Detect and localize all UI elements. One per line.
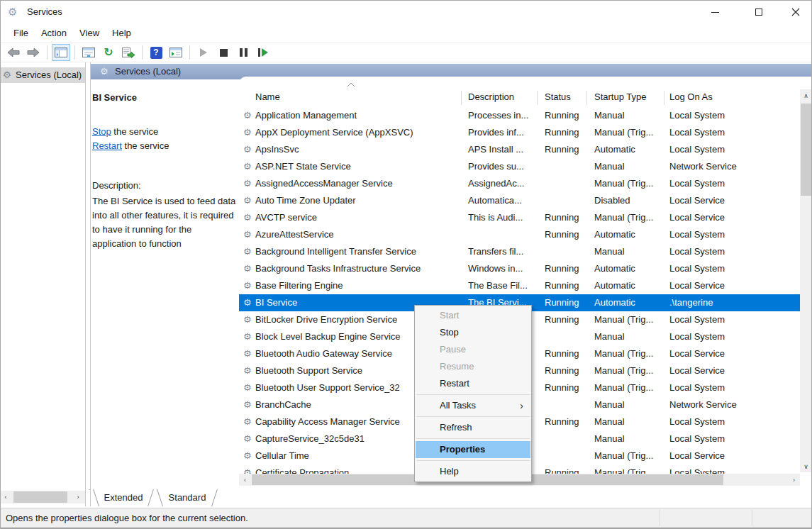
tree-item-services-local[interactable]: ⚙ Services (Local) — [0, 67, 85, 83]
column-divider[interactable] — [664, 91, 664, 105]
cell-startup: Automatic — [594, 294, 663, 311]
service-gear-icon: ⚙ — [243, 413, 252, 430]
cell-status: Running — [545, 379, 589, 396]
table-row[interactable]: ⚙Background Tasks Infrastructure Service… — [239, 260, 800, 277]
vertical-scrollbar-thumb[interactable] — [801, 104, 811, 196]
export-list-button[interactable] — [119, 44, 138, 61]
minimize-button[interactable] — [699, 0, 731, 24]
cell-status: Running — [545, 294, 589, 311]
extended-info-pane: BI Service Stop the service Restart the … — [92, 79, 238, 489]
context-menu-item-refresh[interactable]: Refresh — [415, 419, 531, 436]
menu-file[interactable]: File — [7, 24, 35, 43]
table-row[interactable]: ⚙Application ManagementProcesses in...Ru… — [239, 107, 800, 124]
back-button[interactable] — [4, 44, 23, 61]
stop-service-link[interactable]: Stop — [92, 126, 111, 137]
column-divider[interactable] — [537, 91, 538, 105]
table-row[interactable]: ⚙AzureAttestServiceRunningAutomaticLocal… — [239, 226, 800, 243]
cell-startup: Manual (Trig... — [594, 345, 663, 362]
stop-service-button[interactable] — [214, 44, 233, 61]
cell-startup: Automatic — [594, 226, 663, 243]
cell-desc: Provides su... — [468, 158, 537, 175]
column-header-log-on-as[interactable]: Log On As — [669, 89, 713, 105]
context-menu: StartStopPauseResumeRestartAll Tasks›Ref… — [414, 305, 532, 482]
service-gear-icon: ⚙ — [243, 158, 252, 175]
context-menu-item-all-tasks[interactable]: All Tasks› — [415, 397, 531, 414]
menu-view[interactable]: View — [73, 24, 106, 43]
panel-splitter[interactable] — [85, 62, 91, 506]
tab-extended[interactable]: Extended — [92, 489, 155, 506]
refresh-button[interactable]: ↻ — [99, 44, 118, 61]
restart-line-rest: the service — [122, 140, 169, 151]
menu-separator — [416, 438, 530, 439]
properties-button[interactable] — [79, 44, 98, 61]
column-header-startup-type[interactable]: Startup Type — [594, 89, 646, 105]
forward-button[interactable] — [24, 44, 43, 61]
table-row[interactable]: ⚙Base Filtering EngineThe Base Fil...Run… — [239, 277, 800, 294]
start-service-button[interactable] — [194, 44, 213, 61]
column-header-status[interactable]: Status — [545, 89, 571, 105]
tree-horizontal-scrollbar[interactable]: ‹ › — [0, 491, 85, 503]
maximize-icon — [755, 9, 762, 16]
column-header-name[interactable]: Name — [255, 89, 280, 105]
context-menu-item-stop[interactable]: Stop — [415, 324, 531, 341]
scroll-left-icon[interactable]: ‹ — [239, 474, 251, 486]
help-button[interactable]: ? — [147, 44, 165, 61]
service-gear-icon: ⚙ — [243, 362, 252, 379]
tree-scroll-right-icon[interactable]: › — [72, 491, 84, 503]
table-row[interactable]: ⚙Auto Time Zone UpdaterAutomatica...Disa… — [239, 192, 800, 209]
context-menu-item-restart[interactable]: Restart — [415, 375, 531, 392]
tree-scroll-left-icon[interactable]: ‹ — [0, 491, 11, 503]
menu-separator — [416, 460, 530, 461]
tab-standard[interactable]: Standard — [156, 489, 218, 506]
scroll-down-icon[interactable]: ∨ — [800, 460, 812, 472]
table-row[interactable]: ⚙ApsInsSvcAPS Install ...RunningAutomati… — [239, 141, 800, 158]
column-header-description[interactable]: Description — [468, 89, 514, 105]
cell-status: Running — [545, 209, 589, 226]
table-row[interactable]: ⚙ASP.NET State ServiceProvides su...Manu… — [239, 158, 800, 175]
context-menu-item-pause: Pause — [415, 341, 531, 358]
context-menu-item-properties[interactable]: Properties — [416, 441, 530, 458]
cell-startup: Manual — [594, 243, 663, 260]
service-gear-icon: ⚙ — [243, 311, 252, 328]
table-row[interactable]: ⚙AppX Deployment Service (AppXSVC)Provid… — [239, 124, 800, 141]
cell-startup: Manual — [594, 158, 663, 175]
vertical-scrollbar[interactable]: ∧ ∨ — [800, 89, 812, 472]
cell-startup: Manual (Trig... — [594, 447, 663, 464]
show-console-tree-button[interactable] — [52, 44, 70, 61]
window-title: Services — [27, 0, 62, 24]
title-bar: ⚙ Services — [0, 0, 812, 24]
cell-startup: Manual — [594, 107, 663, 124]
column-divider[interactable] — [461, 91, 462, 105]
menu-help[interactable]: Help — [106, 24, 138, 43]
restart-service-button[interactable] — [254, 44, 272, 61]
maximize-button[interactable] — [743, 0, 775, 24]
table-row[interactable]: ⚙AssignedAccessManager ServiceAssignedAc… — [239, 175, 800, 192]
description-label: Description: — [92, 180, 141, 191]
service-gear-icon: ⚙ — [243, 124, 252, 141]
table-row[interactable]: ⚙Background Intelligent Transfer Service… — [239, 243, 800, 260]
extended-view-button[interactable] — [167, 44, 185, 61]
service-gear-icon: ⚙ — [243, 294, 252, 311]
cell-logon: Network Service — [669, 158, 783, 175]
tree-scrollbar-thumb[interactable] — [13, 491, 67, 503]
scroll-right-icon[interactable]: › — [788, 474, 800, 486]
menu-action[interactable]: Action — [35, 24, 73, 43]
table-row[interactable]: ⚙AVCTP serviceThis is Audi...RunningManu… — [239, 209, 800, 226]
cell-name: AssignedAccessManager Service — [255, 175, 460, 192]
cell-desc: Provides inf... — [468, 124, 537, 141]
pause-service-button[interactable] — [234, 44, 252, 61]
close-button[interactable] — [779, 0, 812, 24]
cell-logon: Local System — [669, 124, 783, 141]
cell-logon: Local Service — [669, 447, 783, 464]
column-divider[interactable] — [586, 91, 587, 105]
restart-service-link[interactable]: Restart — [92, 140, 122, 151]
service-gear-icon: ⚙ — [243, 430, 252, 447]
service-gear-icon: ⚙ — [243, 277, 252, 294]
cell-logon: Local System — [669, 379, 783, 396]
cell-logon: .\tangerine — [669, 294, 783, 311]
services-node-icon: ⚙ — [3, 67, 11, 83]
scroll-up-icon[interactable]: ∧ — [800, 89, 812, 101]
context-menu-item-help[interactable]: Help — [415, 463, 531, 480]
minimize-icon — [711, 12, 719, 13]
cell-logon: Local System — [669, 226, 783, 243]
